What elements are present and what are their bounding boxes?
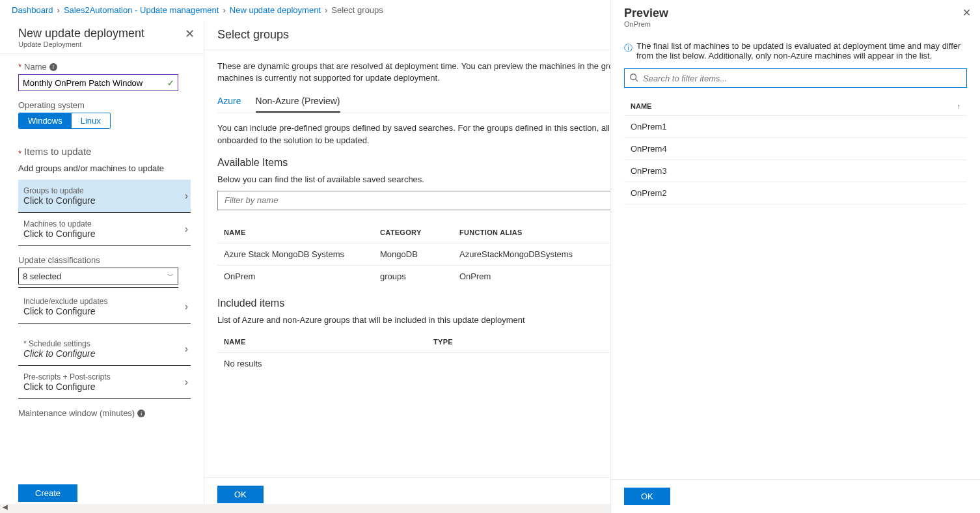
schedule-settings-item[interactable]: * Schedule settings Click to Configure ›: [18, 333, 191, 366]
tab-non-azure[interactable]: Non-Azure (Preview): [256, 94, 340, 113]
info-icon[interactable]: i: [137, 409, 145, 417]
os-toggle: Windows Linux: [18, 113, 111, 129]
chevron-right-icon: ›: [325, 5, 327, 15]
classifications-label: Update classifications: [18, 255, 191, 265]
pane-subtitle: OnPrem: [624, 20, 968, 28]
scroll-left-icon[interactable]: ◀: [3, 503, 8, 510]
maintenance-window-label: Maintenance window (minutes) i: [18, 408, 191, 418]
svg-point-0: [631, 74, 636, 80]
name-label: *Name i: [18, 62, 191, 72]
info-icon[interactable]: i: [49, 63, 57, 71]
os-linux-button[interactable]: Linux: [72, 113, 110, 128]
close-icon[interactable]: ✕: [962, 7, 971, 19]
chevron-right-icon: ›: [185, 223, 188, 235]
breadcrumb-link[interactable]: Dashboard: [12, 5, 53, 15]
col-header-name[interactable]: NAME: [631, 102, 651, 110]
col-header-name[interactable]: NAME: [224, 229, 380, 236]
list-item[interactable]: OnPrem3: [624, 160, 967, 182]
classifications-select[interactable]: 8 selected ﹀: [18, 268, 178, 284]
pane-title: Preview: [624, 7, 968, 20]
chevron-right-icon: ›: [57, 5, 60, 15]
search-input[interactable]: [624, 68, 967, 88]
ok-button[interactable]: OK: [624, 488, 670, 505]
svg-line-1: [636, 79, 638, 82]
items-to-update-label: *Items to update: [18, 146, 191, 161]
check-icon: ✓: [167, 78, 174, 88]
os-windows-button[interactable]: Windows: [19, 113, 72, 128]
breadcrumb-current: Select groups: [331, 5, 383, 15]
breadcrumb-link[interactable]: New update deployment: [230, 5, 321, 15]
list-item[interactable]: OnPrem2: [624, 182, 967, 204]
preview-info: ⓘ The final list of machines to be updat…: [624, 41, 967, 61]
items-to-update-sub: Add groups and/or machines to update: [18, 163, 191, 173]
chevron-right-icon: ›: [185, 376, 188, 388]
os-label: Operating system: [18, 100, 191, 110]
sort-arrow-icon[interactable]: ↑: [957, 102, 961, 110]
list-item[interactable]: OnPrem4: [624, 138, 967, 160]
machines-to-update-item[interactable]: Machines to update Click to Configure ›: [18, 213, 191, 246]
include-exclude-item[interactable]: Include/exclude updates Click to Configu…: [18, 290, 191, 324]
groups-to-update-item[interactable]: Groups to update Click to Configure ›: [18, 180, 191, 213]
search-icon: [629, 73, 638, 84]
ok-button[interactable]: OK: [217, 486, 264, 503]
chevron-down-icon: ﹀: [167, 271, 174, 281]
chevron-right-icon: ›: [185, 343, 188, 355]
close-icon[interactable]: ✕: [185, 27, 195, 41]
create-button[interactable]: Create: [18, 484, 77, 502]
preview-pane: Preview OnPrem ✕ ⓘ The final list of mac…: [610, 0, 980, 513]
col-header-name[interactable]: NAME: [224, 338, 433, 346]
name-input[interactable]: [18, 74, 178, 91]
chevron-right-icon: ›: [223, 5, 225, 15]
breadcrumb-link[interactable]: Sales2Automation - Update management: [64, 5, 219, 15]
pane-title: New update deployment: [18, 27, 192, 40]
new-update-deployment-pane: New update deployment Update Deployment …: [0, 20, 204, 511]
chevron-right-icon: ›: [185, 190, 188, 202]
pre-post-scripts-item[interactable]: Pre-scripts + Post-scripts Click to Conf…: [18, 366, 191, 399]
tab-azure[interactable]: Azure: [217, 94, 241, 113]
info-icon: ⓘ: [624, 42, 633, 61]
chevron-right-icon: ›: [185, 301, 188, 312]
list-item[interactable]: OnPrem1: [624, 116, 967, 138]
pane-subtitle: Update Deployment: [18, 40, 192, 48]
col-header-category[interactable]: CATEGORY: [380, 229, 459, 236]
